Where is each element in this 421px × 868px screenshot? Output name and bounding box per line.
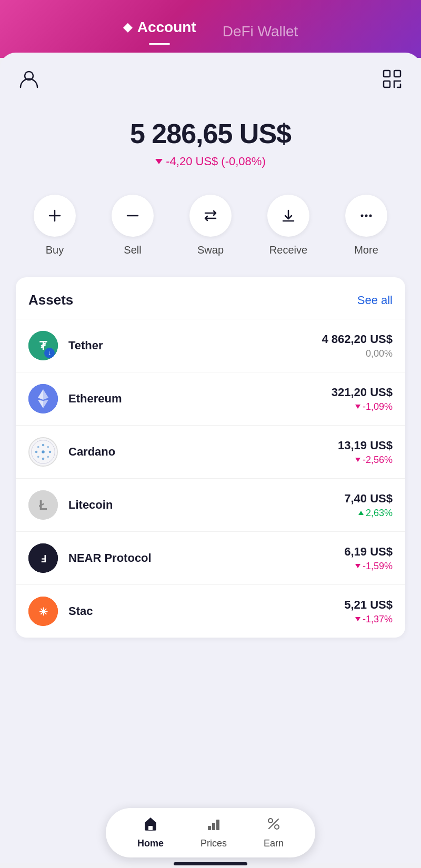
prices-icon <box>206 816 221 835</box>
defi-tab-label: DeFi Wallet <box>223 23 298 40</box>
sell-label: Sell <box>124 244 141 256</box>
eth-down-icon <box>355 405 360 409</box>
tether-logo: ₮ ↓ <box>28 331 58 360</box>
svg-rect-1 <box>384 70 390 77</box>
cardano-name: Cardano <box>68 445 338 459</box>
svg-point-11 <box>361 215 364 217</box>
svg-point-27 <box>35 451 38 453</box>
litecoin-amount: 7,40 US$ <box>344 492 393 506</box>
action-buttons: Buy Sell Swap <box>16 189 405 277</box>
ethereum-amount: 321,20 US$ <box>332 386 393 399</box>
litecoin-name: Litecoin <box>68 498 344 512</box>
nav-prices[interactable]: Prices <box>201 816 227 849</box>
assets-title: Assets <box>28 292 73 308</box>
nav-home[interactable]: Home <box>137 816 164 849</box>
near-values: 6,19 US$ -1,59% <box>344 545 393 572</box>
svg-line-46 <box>269 819 278 829</box>
litecoin-change: 2,63% <box>344 508 393 519</box>
cardano-amount: 13,19 US$ <box>338 439 393 452</box>
asset-cardano[interactable]: Cardano 13,19 US$ -2,56% <box>16 425 405 478</box>
see-all-button[interactable]: See all <box>357 294 393 307</box>
near-amount: 6,19 US$ <box>344 545 393 559</box>
asset-litecoin[interactable]: Ł Litecoin 7,40 US$ 2,63% <box>16 478 405 531</box>
svg-point-31 <box>37 456 39 458</box>
svg-point-45 <box>275 825 279 829</box>
svg-point-12 <box>365 215 368 217</box>
near-change: -1,59% <box>344 561 393 572</box>
svg-rect-43 <box>216 820 219 830</box>
stx-down-icon <box>355 617 360 621</box>
svg-rect-2 <box>394 70 400 77</box>
svg-text:↓: ↓ <box>48 349 51 357</box>
account-tab-label: Account <box>137 19 196 36</box>
stacks-amount: 5,21 US$ <box>344 598 393 612</box>
swap-label: Swap <box>197 244 224 256</box>
asset-stacks[interactable]: ✳ Stac 5,21 US$ -1,37% <box>16 584 405 638</box>
buy-button[interactable]: Buy <box>34 195 76 256</box>
nav-pill: Home Prices Earn <box>106 808 315 857</box>
svg-point-13 <box>369 215 372 217</box>
assets-section: Assets See all ₮ ↓ Tether 4 862,20 US$ 0… <box>16 277 405 638</box>
svg-point-26 <box>42 458 45 460</box>
asset-tether[interactable]: ₮ ↓ Tether 4 862,20 US$ 0,00% <box>16 319 405 372</box>
balance-change-percent: (-0,08%) <box>221 155 265 168</box>
receive-label: Receive <box>269 244 307 256</box>
tether-values: 4 862,20 US$ 0,00% <box>322 332 393 359</box>
bottom-nav: Home Prices Earn <box>0 800 421 868</box>
asset-ethereum[interactable]: Ethereum 321,20 US$ -1,09% <box>16 372 405 425</box>
svg-point-33 <box>42 450 45 453</box>
cardano-logo <box>28 437 58 467</box>
nav-earn[interactable]: Earn <box>264 816 284 849</box>
more-label: More <box>354 244 378 256</box>
more-button[interactable]: More <box>345 195 387 256</box>
earn-icon <box>266 816 281 835</box>
svg-rect-41 <box>208 826 211 830</box>
tether-amount: 4 862,20 US$ <box>322 332 393 346</box>
receive-button[interactable]: Receive <box>267 195 309 256</box>
sell-button[interactable]: Sell <box>112 195 154 256</box>
balance-change-amount: -4,20 US$ <box>166 155 218 168</box>
tether-name: Tether <box>68 339 322 352</box>
ethereum-logo <box>28 384 58 413</box>
down-arrow-icon <box>155 159 163 164</box>
app-header: ◆ Account DeFi Wallet <box>0 0 421 58</box>
top-bar <box>16 63 405 97</box>
tether-change: 0,00% <box>322 348 393 359</box>
balance-amount: 5 286,65 US$ <box>16 118 405 149</box>
stacks-change: -1,37% <box>344 614 393 625</box>
stacks-logo: ✳ <box>28 597 58 626</box>
near-logo: Ⅎ <box>28 543 58 573</box>
earn-label: Earn <box>264 838 284 849</box>
stacks-name: Stac <box>68 604 344 618</box>
svg-point-28 <box>49 451 52 453</box>
svg-point-29 <box>37 446 39 448</box>
svg-point-25 <box>42 444 45 447</box>
ethereum-values: 321,20 US$ -1,09% <box>332 386 393 412</box>
near-name: NEAR Protocol <box>68 551 344 565</box>
scan-icon[interactable] <box>382 68 403 92</box>
cardano-change: -2,56% <box>338 455 393 466</box>
balance-section: 5 286,65 US$ -4,20 US$ (-0,08%) <box>16 107 405 189</box>
svg-rect-40 <box>148 826 153 830</box>
svg-point-30 <box>47 446 49 448</box>
cardano-values: 13,19 US$ -2,56% <box>338 439 393 466</box>
balance-change: -4,20 US$ (-0,08%) <box>16 155 405 168</box>
asset-near[interactable]: Ⅎ NEAR Protocol 6,19 US$ -1,59% <box>16 531 405 584</box>
svg-rect-42 <box>212 823 215 830</box>
litecoin-values: 7,40 US$ 2,63% <box>344 492 393 519</box>
defi-wallet-tab[interactable]: DeFi Wallet <box>223 23 298 40</box>
stacks-values: 5,21 US$ -1,37% <box>344 598 393 625</box>
profile-icon[interactable] <box>18 68 39 92</box>
swap-button[interactable]: Swap <box>189 195 232 256</box>
home-indicator <box>174 862 247 865</box>
ethereum-name: Ethereum <box>68 392 332 406</box>
svg-text:Ⅎ: Ⅎ <box>41 554 46 564</box>
assets-header: Assets See all <box>16 277 405 319</box>
svg-point-32 <box>47 456 49 458</box>
main-content: 5 286,65 US$ -4,20 US$ (-0,08%) Buy S <box>0 53 421 863</box>
ethereum-change: -1,09% <box>332 401 393 412</box>
diamond-icon: ◆ <box>123 21 132 34</box>
account-tab[interactable]: ◆ Account <box>123 19 196 45</box>
ltc-up-icon <box>358 511 364 515</box>
litecoin-logo: Ł <box>28 490 58 520</box>
